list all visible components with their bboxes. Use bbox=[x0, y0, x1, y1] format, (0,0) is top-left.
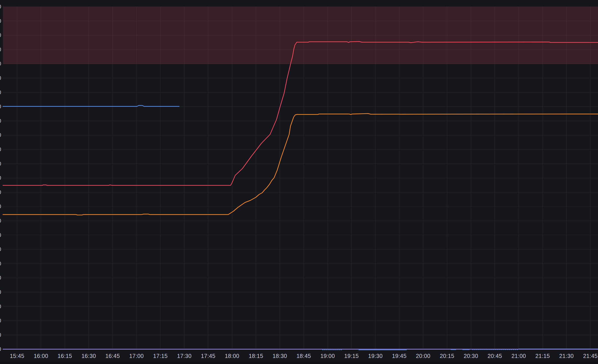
blue-series-line bbox=[3, 106, 179, 106]
timeseries-panel: 0000000000000000000000000 15:4516:0016:1… bbox=[0, 0, 598, 364]
orange-series-line bbox=[3, 114, 598, 215]
panel-bottom-edge bbox=[0, 362, 598, 364]
timeseries-chart[interactable] bbox=[0, 0, 598, 364]
threshold-region bbox=[3, 7, 598, 64]
